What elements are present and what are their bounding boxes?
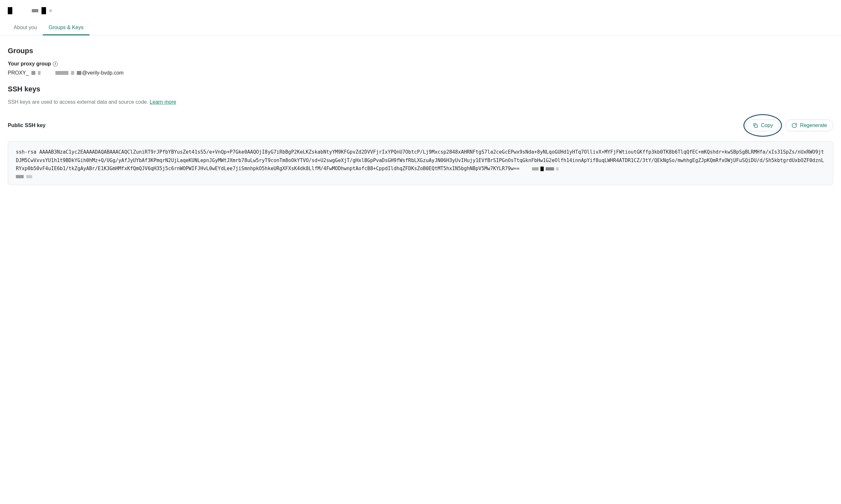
public-key-header-row: Public SSH key Copy xyxy=(8,114,833,137)
learn-more-link[interactable]: Learn more xyxy=(150,99,176,105)
proxy-prefix: PROXY_ xyxy=(8,70,29,76)
copy-button-label: Copy xyxy=(761,123,773,128)
tab-about-you[interactable]: About you xyxy=(8,21,43,35)
page-title-row xyxy=(8,7,833,14)
tabs-bar: About you Groups & Keys xyxy=(0,21,841,36)
redacted-owner xyxy=(532,167,559,171)
regenerate-button[interactable]: Regenerate xyxy=(785,120,833,131)
ssh-keys-description: SSH keys are used to access external dat… xyxy=(8,99,833,105)
redacted-chunk xyxy=(32,71,35,75)
ssh-keys-heading: SSH keys xyxy=(8,85,833,93)
redacted-chunk xyxy=(71,71,74,75)
copy-button[interactable]: Copy xyxy=(746,120,779,131)
public-key-value: ssh-rsa AAAAB3NzaC1yc2EAAAADAQABAAACAQCl… xyxy=(16,149,824,172)
copy-icon xyxy=(752,123,758,128)
redacted-chunk xyxy=(38,71,40,75)
redacted-square xyxy=(41,7,46,14)
main-content: Groups Your proxy group i PROXY_ @verily… xyxy=(8,36,833,185)
redacted-owner-line2 xyxy=(16,175,825,178)
redacted-chunk xyxy=(55,71,68,75)
public-key-box: ssh-rsa AAAAB3NzaC1yc2EAAAADAQABAAACAQCl… xyxy=(8,141,833,185)
redacted-square xyxy=(8,7,12,14)
regenerate-button-label: Regenerate xyxy=(800,123,827,128)
ssh-desc-text: SSH keys are used to access external dat… xyxy=(8,99,150,105)
info-icon[interactable]: i xyxy=(53,61,58,67)
annotation-circle: Copy xyxy=(744,114,782,137)
redacted-bar xyxy=(32,9,38,12)
svg-rect-0 xyxy=(755,125,757,127)
redacted-dot xyxy=(49,10,52,12)
proxy-group-value: PROXY_ @verily-bvdp.com xyxy=(8,70,833,76)
proxy-group-label: Your proxy group xyxy=(8,61,51,67)
public-key-actions: Copy Regenerate xyxy=(744,114,833,137)
groups-heading: Groups xyxy=(8,47,833,55)
public-key-label: Public SSH key xyxy=(8,123,46,128)
proxy-suffix: @verily-bvdp.com xyxy=(82,70,124,76)
redacted-chunk xyxy=(77,71,82,75)
tab-groups-keys[interactable]: Groups & Keys xyxy=(43,21,89,35)
proxy-group-label-row: Your proxy group i xyxy=(8,61,833,67)
refresh-icon xyxy=(791,123,797,128)
